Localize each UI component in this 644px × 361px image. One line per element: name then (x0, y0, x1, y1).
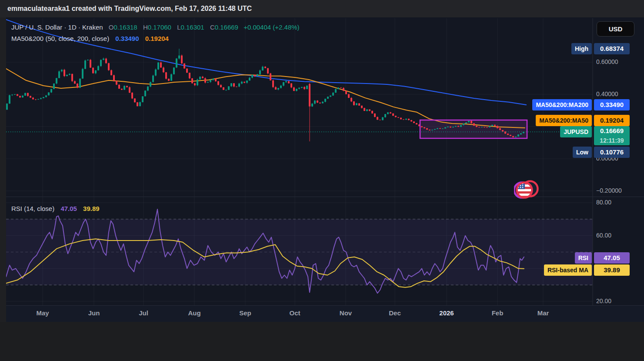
symbol-legend-row[interactable]: JUP / U. S. Dollar · 1D · Kraken O0.1631… (11, 23, 300, 31)
axis-tick: 80.00 (596, 199, 611, 206)
time-axis-label: 2026 (439, 309, 454, 317)
footer-bar: TradingView (0, 322, 644, 361)
time-axis-label: Nov (340, 309, 352, 317)
time-axis-label: Jun (88, 309, 100, 317)
bar-countdown: 12:11:39 (594, 136, 630, 145)
tradingview-snapshot: emmaculatearaka1 created with TradingVie… (0, 0, 644, 361)
ma50-badge-value: 0.19204 (594, 115, 630, 126)
time-axis-label: Dec (389, 309, 401, 317)
rsi-ma-legend-value: 39.89 (83, 205, 100, 212)
us-flag-icon (514, 178, 540, 203)
change-value: +0.00404 (+2.48%) (244, 23, 299, 31)
high-badge-label: High (571, 43, 592, 54)
high-badge-value: 0.68374 (594, 43, 630, 54)
axis-tick: −0.20000 (596, 187, 622, 194)
time-axis-label: Feb (492, 309, 504, 317)
axis-tick: 60.00 (596, 232, 611, 239)
low-badge-label: Low (573, 147, 592, 158)
ma200-legend-value: 0.33490 (115, 35, 139, 42)
rsi-badge-value: 47.05 (594, 252, 630, 264)
high-value: 0.17060 (148, 23, 171, 31)
symbol-title: JUP / U. S. Dollar · 1D · Kraken (11, 23, 103, 31)
rsi-indicator-title: RSI (14, close) (11, 205, 54, 212)
last-price-badge: 0.16669 12:11:39 (594, 126, 630, 145)
close-label: C (210, 23, 215, 31)
rsi-legend-value: 47.05 (60, 205, 77, 212)
low-badge-value: 0.10776 (594, 147, 630, 158)
time-axis-label: Aug (188, 309, 200, 317)
open-value: 0.16318 (113, 23, 137, 31)
ma50-badge-label[interactable]: MA50&200:MA50 (536, 115, 592, 126)
ma200-badge-label[interactable]: MA50&200:MA200 (532, 99, 592, 110)
ma200-badge-value: 0.33490 (594, 99, 630, 110)
ma-legend-row[interactable]: MA50&200 (50, close, 200, close) 0.33490… (11, 35, 169, 42)
ma50-legend-value: 0.19204 (145, 35, 169, 42)
ma-indicator-title: MA50&200 (50, close, 200, close) (11, 35, 109, 42)
time-axis-label: Oct (289, 309, 300, 317)
time-axis-label: Sep (239, 309, 251, 317)
low-value: 0.16301 (180, 23, 204, 31)
rsi-legend-row[interactable]: RSI (14, close) 47.05 39.89 (11, 205, 100, 212)
high-label: H (143, 23, 148, 31)
time-axis-label: Mar (537, 309, 549, 317)
close-value: 0.16669 (215, 23, 238, 31)
axis-tick: 0.60000 (596, 58, 618, 65)
time-axis-label: Jul (139, 309, 148, 317)
rsi-ma-badge-label[interactable]: RSI-based MA (544, 264, 592, 276)
axis-tick: 20.00 (596, 297, 611, 304)
last-price-value: 0.16669 (594, 126, 630, 136)
rsi-badge-label[interactable]: RSI (575, 252, 592, 264)
open-label: O (109, 23, 114, 31)
time-axis-label: May (36, 309, 49, 317)
rsi-ma-badge-value: 39.89 (594, 264, 630, 276)
axis-tick: 0.40000 (596, 90, 618, 97)
symbol-badge-label[interactable]: JUPUSD (560, 126, 592, 137)
currency-toggle-button[interactable]: USD (597, 21, 634, 37)
